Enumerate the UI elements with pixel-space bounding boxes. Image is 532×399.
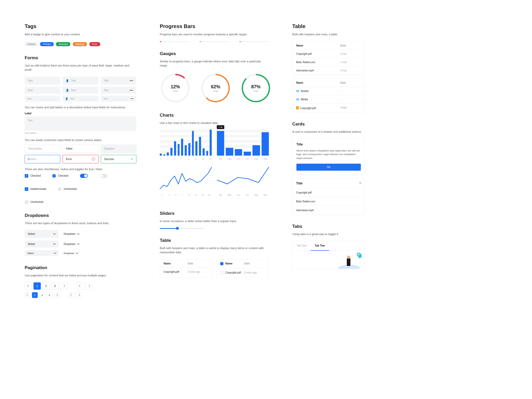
table-title: Table [160, 238, 269, 243]
input-label: Label [25, 112, 136, 115]
textarea[interactable]: Text [25, 116, 136, 131]
line-chart-1: 13579111315 [160, 166, 212, 196]
input-placeholder[interactable]: Placeholder... [25, 145, 60, 153]
text-input-sm[interactable]: Text [25, 96, 60, 102]
table-check: NameDate Copyright.pdf3 mins ago [216, 259, 269, 278]
dropdown-link-md[interactable]: Dropdown [64, 243, 79, 245]
input-active[interactable]: Active... [25, 155, 60, 163]
select-md[interactable]: Select [25, 241, 58, 248]
page-2[interactable]: 2 [42, 282, 50, 290]
more-icon[interactable]: ••• [130, 89, 133, 92]
toggle-off[interactable] [99, 174, 107, 178]
sliders-title: Sliders [160, 211, 269, 216]
checkbox-unchecked[interactable] [25, 200, 28, 204]
page-next[interactable] [54, 292, 59, 298]
text-input-md-more[interactable]: Text••• [101, 87, 136, 94]
text-input-lg[interactable]: Text [25, 77, 60, 85]
text-input-md-icon[interactable]: 👤Text [63, 87, 98, 94]
checkbox-all[interactable] [220, 262, 223, 265]
sliders-desc: In some occasions, a slider works better… [160, 219, 269, 223]
page-prev[interactable] [76, 282, 84, 290]
checkbox-checked[interactable]: ✓ [25, 174, 28, 178]
slider[interactable] [160, 228, 204, 229]
input-filled[interactable]: Filled [63, 145, 98, 153]
table-row[interactable]: Assets- [292, 87, 365, 95]
tag-error[interactable]: Error [89, 42, 100, 46]
gauge-62: 62%Goal [200, 72, 231, 104]
table-row[interactable]: Copyright.pdf3 min [292, 50, 365, 58]
tag-warning[interactable]: Warning [73, 42, 87, 46]
table-row[interactable]: Media- [292, 95, 365, 104]
page-next[interactable] [85, 282, 92, 290]
charts-title: Charts [160, 113, 269, 118]
tab-two[interactable]: Tab Two [311, 241, 329, 251]
page-prev[interactable] [25, 292, 30, 298]
gauge-12: 12%Goal [160, 72, 191, 104]
text-input-sm-icon[interactable]: 👤Text [63, 96, 98, 102]
page-3[interactable]: 3 [46, 292, 52, 298]
page-next[interactable] [76, 292, 82, 298]
page-3[interactable]: 3 [51, 282, 58, 290]
forms-help1: You can resize and add labels or a descr… [25, 106, 136, 109]
radio-checked[interactable] [52, 174, 56, 178]
text-input-lg-icon[interactable]: 👤Text [63, 77, 98, 85]
more-icon[interactable]: ••• [131, 97, 134, 100]
chevron-down-icon [76, 232, 79, 235]
folder-icon [296, 98, 299, 101]
input-error[interactable]: Error! [63, 155, 98, 163]
progress-bar-red [160, 41, 189, 42]
svg-point-8 [347, 256, 350, 259]
dropdown-link-sm[interactable]: Dropdown [64, 252, 78, 255]
card-ok-button[interactable]: Ok [296, 164, 361, 171]
card-body: Nemo enim ipsam voluptatem quia aspernat… [296, 149, 361, 160]
select-sm[interactable]: Select [25, 250, 58, 256]
tab-one[interactable]: Tab One [292, 241, 311, 250]
card-list: TitleS Copyright.pdf Beta Testers.csv In… [292, 178, 365, 215]
radio-unchecked[interactable] [58, 187, 62, 191]
progress-bar-orange [200, 41, 229, 42]
page-2[interactable]: 2 [39, 292, 45, 298]
list-item[interactable]: Beta Testers.csv [292, 197, 365, 206]
page-1[interactable]: 1 [34, 282, 41, 290]
bar-chart-1: 13579111315 [160, 130, 212, 160]
input-success[interactable]: Success [101, 155, 136, 163]
progress-desc: Progress bars are used to monitor progre… [160, 32, 269, 37]
forms-title: Forms [25, 55, 136, 61]
text-input-sm-more[interactable]: Text••• [101, 96, 136, 102]
table-row[interactable]: Copyright.pdf3 mins ago [160, 268, 212, 276]
page-prev[interactable] [69, 292, 74, 298]
toggle-on[interactable] [80, 174, 88, 178]
tag-default[interactable]: Default [25, 42, 38, 46]
page-next[interactable] [60, 282, 67, 290]
table-files: NameDate Copyright.pdf3 min Beta Testers… [292, 41, 365, 75]
table-row[interactable]: Copyright.pdf3 mins ago [217, 269, 269, 277]
checkbox-row[interactable] [220, 271, 223, 274]
tabs-container: Tab One Tab Two [292, 241, 365, 269]
list-item[interactable]: Copyright.pdf [292, 188, 365, 197]
user-icon: 👤 [65, 97, 68, 100]
forms-help2: You can easily customize input fields to… [25, 138, 136, 142]
tags-title: Tags [25, 23, 136, 29]
gauges-title: Gauges [160, 51, 269, 56]
page-prev[interactable] [25, 282, 32, 290]
table-row[interactable]: Copyright.pdfYeste [292, 104, 365, 112]
cards-desc: A card is composed of a header and addit… [292, 130, 365, 134]
dropdown-link[interactable]: Dropdown [64, 232, 79, 235]
more-icon[interactable]: ••• [130, 79, 133, 82]
card-title: Title [296, 143, 361, 146]
select-lg[interactable]: Select [25, 230, 58, 238]
forms-help3: There are also checkboxes, radios and to… [25, 168, 136, 171]
progress-title: Progress Bars [160, 23, 269, 29]
table-row[interactable]: Beta Testers.csv1 hou [292, 58, 365, 66]
page-1[interactable]: 1 [32, 292, 38, 298]
pagination-title: Pagination [25, 265, 136, 270]
text-input-md[interactable]: Text [25, 87, 60, 94]
checkbox-indeterminate[interactable]: – [25, 187, 28, 191]
chevron-down-icon [52, 243, 55, 245]
progress-bar-green [240, 41, 269, 42]
table-row[interactable]: Interviews.mp42 hou [292, 66, 365, 75]
tag-primary[interactable]: Primary [40, 42, 54, 46]
text-input-lg-more[interactable]: Text••• [101, 77, 136, 85]
tag-success[interactable]: Success [56, 42, 70, 46]
list-item[interactable]: Interviews.mp4 [292, 206, 365, 215]
